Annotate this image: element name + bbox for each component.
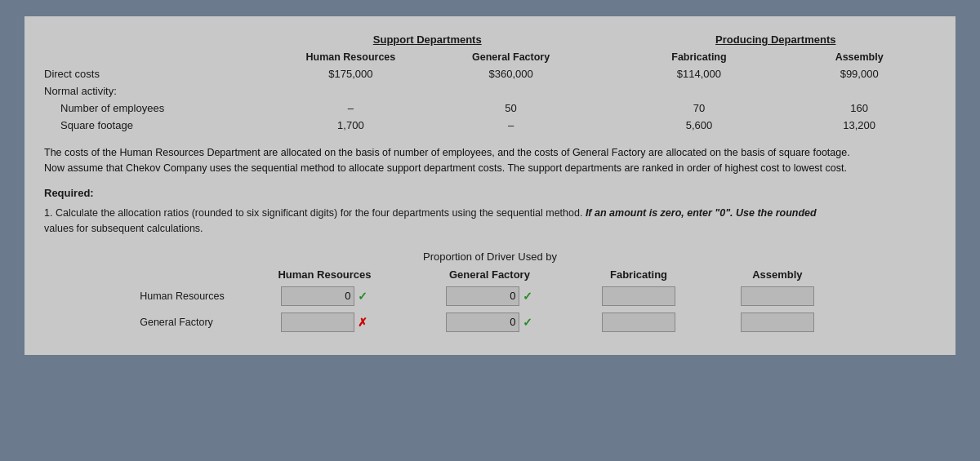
description-block: The costs of the Human Resources Departm…: [44, 145, 936, 177]
proportion-table: Human Resources General Factory Fabricat…: [133, 266, 847, 335]
prop-hr-fab-cell: [569, 283, 708, 309]
hr-hr-check-icon: ✓: [358, 290, 368, 303]
row-label-header: [44, 48, 267, 65]
hr-hr-input[interactable]: [281, 286, 354, 306]
na-asm: [782, 82, 936, 100]
prop-gf-header: General Factory: [410, 266, 569, 283]
gf-gf-input[interactable]: [446, 313, 519, 332]
gf-gf-check-icon: ✓: [523, 316, 532, 329]
na-gf: [434, 82, 588, 100]
question-text: 1. Calculate the allocation ratios (roun…: [44, 207, 582, 219]
square-footage-label: Square footage: [44, 117, 267, 134]
prop-hr-label: Human Resources: [133, 283, 239, 309]
hr-gf-input-wrapper: ✓: [446, 286, 532, 306]
na-fab: [616, 82, 783, 100]
prop-gf-asm-cell: [708, 309, 847, 335]
spacer-cell: [587, 65, 615, 82]
fab-direct-cost: $114,000: [616, 65, 783, 82]
prop-hr-asm-cell: [708, 283, 847, 309]
prop-gf-gf-cell: ✓: [410, 309, 569, 335]
proportion-row-hr: Human Resources ✓ ✓: [133, 283, 847, 309]
main-container: Support Departments Producing Department…: [24, 16, 956, 355]
gf-gf-input-wrapper: ✓: [446, 313, 532, 332]
gf-hr-input-wrapper: ✗: [281, 313, 368, 332]
normal-activity-label: Normal activity:: [44, 82, 267, 100]
description-line1: The costs of the Human Resources Departm…: [44, 147, 850, 158]
spacer-col: [587, 48, 615, 65]
gf-hr-cross-icon: ✗: [358, 316, 368, 329]
prop-hr-hr-cell: ✓: [239, 283, 410, 309]
hr-fab-input[interactable]: [602, 286, 675, 306]
direct-costs-label: Direct costs: [44, 65, 267, 82]
fabricating-col-header: Fabricating: [616, 48, 783, 65]
gf-num-emp: 50: [434, 100, 588, 117]
proportion-section: Proportion of Driver Used by Human Resou…: [44, 250, 936, 335]
spacer-cell2: [587, 82, 615, 100]
hr-direct-cost: $175,000: [267, 65, 434, 82]
gf-asm-input[interactable]: [741, 313, 814, 332]
gf-fab-input-wrapper: [602, 313, 675, 332]
hr-asm-input[interactable]: [741, 286, 814, 306]
proportion-title: Proportion of Driver Used by: [44, 250, 936, 263]
na-hr: [267, 82, 434, 100]
hr-fab-input-wrapper: [602, 286, 675, 306]
description-line2: Now assume that Chekov Company uses the …: [44, 162, 847, 174]
proportion-row-gf: General Factory ✗ ✓: [133, 309, 847, 335]
gf-direct-cost: $360,000: [434, 65, 588, 82]
data-table: Support Departments Producing Department…: [44, 31, 936, 134]
asm-num-emp: 160: [782, 100, 936, 117]
hr-gf-input[interactable]: [446, 286, 519, 306]
required-label: Required:: [44, 187, 936, 199]
gf-fab-input[interactable]: [602, 313, 675, 332]
empty-header: [44, 31, 267, 48]
spacer-cell3: [587, 100, 615, 117]
fab-num-emp: 70: [616, 100, 783, 117]
general-factory-col-header: General Factory: [434, 48, 588, 65]
gf-hr-input[interactable]: [281, 313, 354, 332]
human-resources-col-header: Human Resources: [267, 48, 434, 65]
fab-sq-ft: 5,600: [616, 117, 783, 134]
prop-gf-fab-cell: [569, 309, 708, 335]
prop-empty-header: [133, 266, 239, 283]
question-text2: values for subsequent calculations.: [44, 223, 203, 234]
question-text-block: 1. Calculate the allocation ratios (roun…: [44, 206, 936, 237]
prop-fab-header: Fabricating: [569, 266, 708, 283]
hr-gf-check-icon: ✓: [523, 290, 532, 303]
asm-direct-cost: $99,000: [782, 65, 936, 82]
spacer-cell4: [587, 117, 615, 134]
support-departments-header: Support Departments: [267, 31, 587, 48]
gf-sq-ft: –: [434, 117, 588, 134]
hr-sq-ft: 1,700: [267, 117, 434, 134]
prop-hr-gf-cell: ✓: [410, 283, 569, 309]
assembly-col-header: Assembly: [782, 48, 936, 65]
gf-asm-input-wrapper: [741, 313, 814, 332]
prop-hr-header: Human Resources: [239, 266, 410, 283]
num-employees-label: Number of employees: [44, 100, 267, 117]
hr-asm-input-wrapper: [741, 286, 814, 306]
hr-hr-input-wrapper: ✓: [281, 286, 368, 306]
spacer-header: [587, 31, 615, 48]
asm-sq-ft: 13,200: [782, 117, 936, 134]
prop-gf-label: General Factory: [133, 309, 239, 335]
producing-departments-header: Producing Departments: [616, 31, 936, 48]
prop-gf-hr-cell: ✗: [239, 309, 410, 335]
question-bold: If an amount is zero, enter "0". Use the…: [586, 207, 817, 219]
hr-num-emp: –: [267, 100, 434, 117]
prop-asm-header: Assembly: [708, 266, 847, 283]
